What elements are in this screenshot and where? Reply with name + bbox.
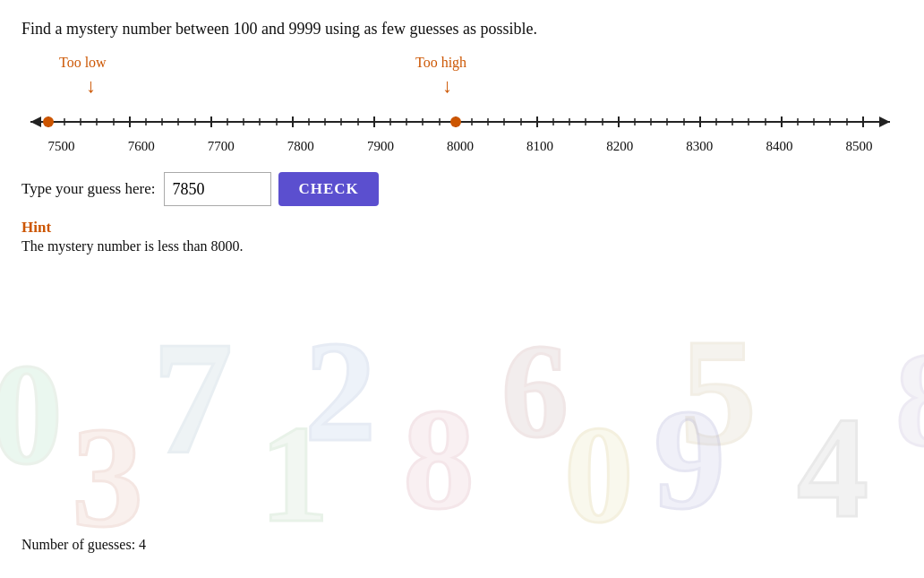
svg-point-54: [43, 116, 54, 127]
bg-digit-6: 6: [501, 323, 569, 468]
bg-digit-0: 0: [0, 332, 63, 497]
too-high-label: Too high: [415, 55, 466, 71]
main-container: Find a mystery number between 100 and 99…: [0, 0, 924, 254]
bg-digit-8b: 8: [895, 323, 924, 477]
tick-label-8400: 8400: [740, 139, 819, 154]
labels-row: Too low Too high ↓ ↓: [21, 55, 903, 108]
hint-section: Hint The mystery number is less than 800…: [21, 219, 903, 254]
hint-text: The mystery number is less than 8000.: [21, 238, 903, 254]
tick-label-7900: 7900: [340, 139, 420, 154]
number-line-section: Too low Too high ↓ ↓: [21, 55, 903, 154]
bg-digit-4: 4: [797, 385, 868, 551]
svg-marker-2: [879, 116, 890, 127]
number-line-svg: [21, 108, 899, 135]
tick-label-7800: 7800: [261, 139, 340, 154]
check-button[interactable]: CHECK: [278, 172, 378, 206]
tick-label-7600: 7600: [101, 139, 181, 154]
too-high-arrow: ↓: [442, 74, 452, 98]
tick-label-8200: 8200: [580, 139, 660, 154]
tick-label-7500: 7500: [21, 139, 101, 154]
guess-input[interactable]: [164, 172, 271, 206]
guesses-count: Number of guesses: 4: [21, 537, 146, 553]
bg-digit-8: 8: [403, 376, 475, 542]
guess-label: Type your guess here:: [21, 180, 155, 198]
bg-digit-0b: 0: [564, 394, 634, 555]
guess-row: Type your guess here: CHECK: [21, 172, 903, 206]
bg-digit-3: 3: [72, 394, 143, 560]
tick-label-7700: 7700: [181, 139, 261, 154]
svg-marker-1: [30, 116, 41, 127]
number-labels: 7500 7600 7700 7800 7900 8000 8100 8200 …: [21, 139, 899, 154]
tick-label-8100: 8100: [500, 139, 580, 154]
hint-title: Hint: [21, 219, 903, 237]
tick-label-8300: 8300: [660, 139, 740, 154]
instructions: Find a mystery number between 100 and 99…: [21, 20, 903, 39]
too-low-label: Too low: [59, 55, 107, 71]
guesses-label: Number of guesses:: [21, 537, 135, 552]
bg-digit-5: 5: [680, 323, 757, 479]
bg-digit-9: 9: [654, 376, 725, 542]
svg-point-55: [450, 116, 461, 127]
bg-digit-2: 2: [304, 323, 376, 475]
too-low-arrow: ↓: [86, 74, 96, 98]
bg-digit-1: 1: [260, 394, 329, 555]
tick-label-8000: 8000: [420, 139, 500, 154]
bg-digit-7: 7: [152, 323, 233, 490]
tick-label-8500: 8500: [819, 139, 899, 154]
guesses-value: 4: [139, 537, 146, 552]
